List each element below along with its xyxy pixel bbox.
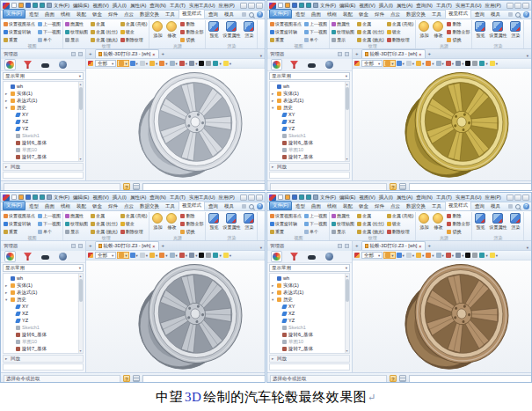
ribbon-tab[interactable]: 焊件 xyxy=(106,11,120,18)
tree-item[interactable]: 草图10 xyxy=(277,146,344,153)
ribbon-big-button[interactable]: 修改 xyxy=(432,20,444,43)
ribbon-button[interactable]: 下一视图 xyxy=(304,29,327,34)
ribbon-tab[interactable]: 装配 xyxy=(74,11,89,18)
tree-item[interactable]: wh xyxy=(272,83,344,90)
pick-filter-dropdown[interactable]: 全部 ▾ xyxy=(361,252,383,259)
menu-item[interactable]: 工具(T) xyxy=(436,3,452,9)
pick-filter-dropdown[interactable]: 全部 ▾ xyxy=(95,60,116,67)
tree-item[interactable]: XY xyxy=(11,303,77,310)
open-file-icon[interactable] xyxy=(285,3,290,8)
ribbon-button[interactable]: 上一视图 xyxy=(304,21,327,26)
new-document-button[interactable]: + xyxy=(162,242,165,250)
ribbon-big-button[interactable]: 预览 xyxy=(474,212,486,235)
menu-item[interactable]: 编辑(E) xyxy=(73,194,89,201)
customize-icon[interactable] xyxy=(313,3,318,8)
ribbon-button[interactable]: 删除纹理 xyxy=(387,37,414,42)
document-tab[interactable]: 轮毂-3D打印.Z3 - [wh] × xyxy=(361,49,426,58)
save-icon[interactable] xyxy=(26,3,31,8)
da-icon-group[interactable]: ▾ xyxy=(130,61,138,66)
ribbon-big-button[interactable]: 修改 xyxy=(432,212,444,235)
tree-item[interactable]: 圆角8 xyxy=(277,352,344,354)
da-icon-group[interactable]: ▾ xyxy=(436,61,444,66)
ribbon-button[interactable]: 上一视图 xyxy=(304,213,327,218)
panel-float-button[interactable] xyxy=(71,244,76,248)
twist-icon[interactable]: ▸ xyxy=(5,283,9,288)
da-icon-group[interactable]: ▾ xyxy=(149,61,157,66)
tree-item[interactable]: 旋转6_基体 xyxy=(11,331,77,338)
da-icon-group[interactable]: ▾ xyxy=(426,61,434,66)
da-icon-group[interactable]: ▾ xyxy=(130,253,138,258)
ribbon-button[interactable]: 删除全部 xyxy=(180,29,203,34)
da-icon-group[interactable]: ▾ xyxy=(436,253,444,258)
ribbon-button[interactable]: 面属性 xyxy=(332,213,354,218)
ribbon-button[interactable]: 删除全部 xyxy=(180,221,203,226)
da-icon-group[interactable]: ▾ xyxy=(384,253,394,258)
ribbon-tab[interactable]: 钣金 xyxy=(356,11,371,18)
scroll-down-icon[interactable]: ▾ xyxy=(78,157,83,161)
ribbon-button[interactable]: 设置旋转轴 xyxy=(270,29,302,34)
ribbon-button[interactable]: 金属 xyxy=(91,213,118,218)
menu-item[interactable]: 插入(I) xyxy=(379,194,393,201)
da-icon-group[interactable] xyxy=(465,61,470,66)
ribbon-button[interactable]: 设置视图基点 xyxy=(270,21,302,26)
undo-icon[interactable] xyxy=(299,3,304,8)
da-icon-group[interactable]: ▾ xyxy=(118,253,128,258)
ribbon-tab[interactable]: 视觉样式 xyxy=(445,201,471,210)
tree-scrollbar[interactable]: ▴ ▾ xyxy=(78,274,83,353)
ribbon-button[interactable]: 金属 (拉丝) xyxy=(91,29,118,34)
scroll-down-icon[interactable]: ▾ xyxy=(345,157,349,161)
undo-icon[interactable] xyxy=(33,3,38,8)
menu-item[interactable]: 属性(A) xyxy=(397,3,412,9)
panel-float-button[interactable] xyxy=(338,244,342,248)
ribbon-tab[interactable]: 造型 xyxy=(26,202,41,210)
redo-icon[interactable] xyxy=(40,3,45,8)
ribbon-button[interactable]: 金属 (拉丝) xyxy=(357,221,384,226)
ribbon-button[interactable]: 金属 (抛光) xyxy=(91,37,118,42)
maximize-button[interactable] xyxy=(248,194,255,201)
command-input[interactable] xyxy=(142,375,266,383)
ribbon-button[interactable]: 镀金 xyxy=(387,221,414,226)
menu-item[interactable]: 视图(V) xyxy=(92,3,108,9)
customize-icon[interactable] xyxy=(47,3,52,8)
panel-float-button[interactable] xyxy=(338,52,342,56)
ribbon-tab[interactable]: 钣金 xyxy=(90,202,105,210)
ribbon-tab[interactable]: 查询 xyxy=(472,202,487,210)
ribbon-button[interactable]: 切换 xyxy=(447,229,470,234)
tree-scrollbar[interactable]: ▴ ▾ xyxy=(345,82,349,161)
ribbon-button[interactable]: 金属 xyxy=(357,213,384,218)
ribbon-tab[interactable]: 工具 xyxy=(163,202,178,210)
ribbon-button[interactable]: 镀金 xyxy=(120,29,148,34)
scrollbar-thumb[interactable] xyxy=(346,279,349,302)
ribbon-button[interactable]: 金属 xyxy=(357,21,384,26)
manager-tab[interactable] xyxy=(4,59,16,70)
tree-item[interactable]: ▸实体(1) xyxy=(272,282,344,289)
ribbon-button[interactable]: 设置旋转轴 xyxy=(4,221,35,226)
ribbon-tab[interactable]: 文件(F) xyxy=(269,9,292,18)
replay-section[interactable]: ▸ 回放 xyxy=(3,163,84,171)
tree-item[interactable]: XY xyxy=(277,111,344,118)
prompt-help-icon[interactable]: ? xyxy=(123,375,130,382)
wheel-model[interactable] xyxy=(390,261,528,371)
help-icon[interactable]: ? xyxy=(523,11,529,18)
tree-item[interactable]: 旋转7_基体 xyxy=(11,345,77,352)
ribbon-tab[interactable]: 曲面 xyxy=(42,202,57,210)
ribbon-big-button[interactable]: 添加 xyxy=(151,212,164,235)
tab-list-caret-icon[interactable]: ▾ xyxy=(260,246,262,250)
ribbon-button[interactable]: 设置旋转轴 xyxy=(270,221,302,226)
manager-tab[interactable] xyxy=(288,59,300,70)
da-icon-group[interactable]: ▾ xyxy=(189,61,197,66)
ribbon-button[interactable]: 金属 xyxy=(91,21,118,26)
ribbon-tab[interactable]: 视觉样式 xyxy=(179,9,205,18)
prompt-help-icon[interactable]: ? xyxy=(123,183,130,190)
da-icon-group[interactable] xyxy=(465,253,470,258)
ribbon-button[interactable]: 设置视图基点 xyxy=(4,213,35,218)
ribbon-button[interactable]: 纹理贴图 xyxy=(65,221,88,226)
history-list-icon[interactable] xyxy=(133,375,140,382)
ribbon-button[interactable]: 删除 xyxy=(447,213,470,218)
menu-item[interactable]: 编辑(E) xyxy=(73,3,89,9)
tree-item[interactable]: ▾历史 xyxy=(5,296,77,303)
help-icon[interactable]: ? xyxy=(257,203,263,209)
menu-item[interactable]: 视图(V) xyxy=(359,194,375,201)
menu-item[interactable]: 查询(N) xyxy=(416,3,433,9)
menu-item[interactable]: 查询(N) xyxy=(149,194,166,201)
